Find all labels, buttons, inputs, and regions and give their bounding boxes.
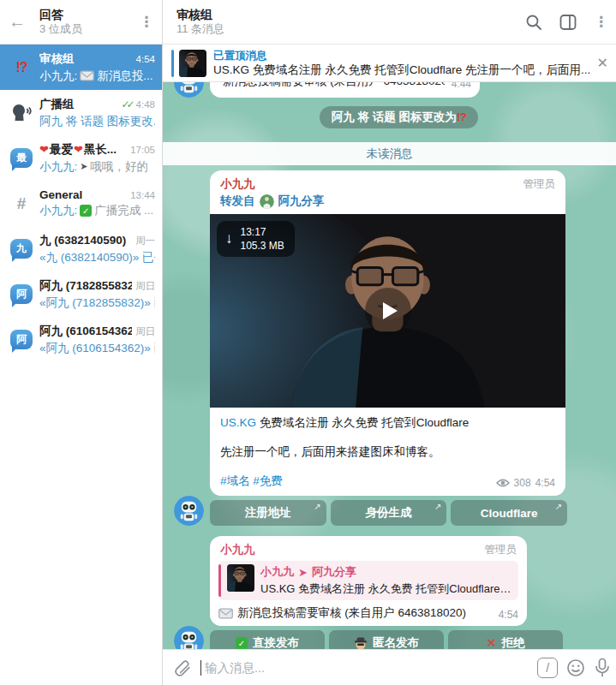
toggle-sidebar-button[interactable]	[559, 14, 577, 31]
message-time: 4:54	[535, 477, 555, 489]
message-composer: /	[163, 649, 616, 685]
hashtags[interactable]: #域名 #免费	[220, 474, 283, 489]
message-text: 新消息投稿需要审核 (来自用户 6463818020)	[218, 82, 445, 89]
topic-main: 广播组 ✓✓4:48 阿九 将 话题 图标更改...	[36, 97, 155, 129]
robot-avatar-image	[174, 82, 204, 98]
inline-button-cloudflare[interactable]: Cloudflare↗	[451, 500, 567, 526]
topic-item-ajiu-1[interactable]: 阿 阿九 (7182855832) 周日 «阿九 (7182855832)» 已…	[0, 271, 162, 317]
preview-text: 广播完成 ...	[94, 203, 153, 218]
message-input[interactable]	[205, 661, 529, 675]
group-title: 回答	[39, 8, 136, 22]
topic-item-general[interactable]: # General 13:44 小九九: ✓ 广播完成 ...	[0, 181, 162, 226]
topic-name: 阿九 (7182855832)	[39, 278, 132, 294]
quote-snippet: US.KG 免费域名注册 永久免费 托管到Cloudflare 先...	[260, 581, 511, 597]
video-thumbnail-image	[227, 564, 254, 592]
message-bubble[interactable]: 新消息投稿需要审核 (来自用户 6463818020) 4:44	[210, 82, 480, 98]
sidebar-header-titles[interactable]: 回答 3 位成员	[34, 8, 136, 36]
bot-commands-button[interactable]: /	[537, 658, 558, 678]
topic-name: 九 (6382140590)	[39, 233, 132, 248]
inline-button-reject[interactable]: ✕ 拒绝	[448, 630, 563, 649]
play-icon	[383, 302, 398, 319]
bubble-avatar: 阿	[10, 330, 33, 349]
video-duration: 13:17	[241, 225, 284, 239]
inline-button-identity[interactable]: 身份生成↗	[331, 500, 447, 526]
message-group-review: 小九九 管理员 小九九 ➤	[174, 536, 616, 649]
close-icon: ✕	[597, 56, 608, 70]
topic-time: 13:44	[130, 190, 155, 200]
topic-item-favorite[interactable]: 最 ❤ 最爱 ❤ 黑长... 17:05 小九九: ➤	[0, 135, 162, 181]
pinned-message-bar[interactable]: 已置顶消息 US.KG 免费域名注册 永久免费 托管到Cloudflare 先注…	[163, 45, 616, 82]
pinned-accent-bar	[171, 50, 174, 77]
kebab-icon: ⋮	[594, 13, 608, 31]
message-text: 新消息投稿需要审核 (来自用户 6463818020)	[218, 605, 490, 621]
reply-quote[interactable]: 小九九 ➤ 阿九分享 US.KG 免费域名注册 永久免费 托管到Cloudfla…	[218, 561, 518, 600]
topic-time: ✓✓4:48	[122, 98, 156, 110]
preview-text: 新消息投...	[97, 68, 153, 84]
text-caret	[200, 660, 201, 676]
quote-title: 小九九 ➤ 阿九分享	[260, 564, 511, 580]
message-bubble[interactable]: 小九九 管理员 转发自 阿九分享 ↓	[210, 170, 565, 496]
avatar[interactable]	[174, 496, 204, 526]
message-history[interactable]: 新消息投稿需要审核 (来自用户 6463818020) 4:44 阿九 将 话题…	[163, 82, 616, 649]
inline-button-register-url[interactable]: 注册地址↗	[210, 500, 326, 526]
topic-preview: «阿九 (6106154362)» 已...	[39, 341, 155, 356]
preview-text: «九 (6382140590)» 已创...	[39, 250, 155, 265]
service-message: 阿九 将 话题 图标更改为 !?	[320, 106, 478, 128]
bubble-avatar: 最	[10, 148, 33, 168]
voice-record-button[interactable]	[594, 658, 611, 678]
topic-item-broadcast[interactable]: 广播组 ✓✓4:48 阿九 将 话题 图标更改...	[0, 90, 162, 135]
attach-button[interactable]	[173, 658, 192, 677]
caption-link[interactable]: US.KG	[220, 416, 256, 429]
caption-line1: US.KG 免费域名注册 永久免费 托管到Cloudflare	[220, 415, 555, 431]
video-meta-badge[interactable]: ↓ 13:17 105.3 MB	[217, 221, 295, 257]
inline-button-publish[interactable]: ✓ 直接发布	[210, 630, 325, 649]
forward-channel-avatar	[260, 194, 274, 209]
chat-menu-button[interactable]: ⋮	[594, 13, 614, 31]
kebab-icon: ⋮	[140, 14, 154, 30]
topic-main: 阿九 (7182855832) 周日 «阿九 (7182855832)» 已..…	[36, 278, 155, 311]
message-bubble[interactable]: 小九九 管理员 小九九 ➤	[210, 536, 527, 626]
topic-icon-wrap: 最	[7, 148, 36, 168]
group-members-count: 3 位成员	[39, 22, 136, 36]
topic-item-ajiu-2[interactable]: 阿 阿九 (6106154362) 周日 «阿九 (6106154362)» 已…	[0, 317, 162, 362]
forward-arrow-icon: ➤	[298, 566, 308, 579]
message-group-video: 小九九 管理员 转发自 阿九分享 ↓	[174, 170, 616, 526]
double-check-icon: ✓✓	[122, 98, 132, 110]
inline-keyboard: 注册地址↗ 身份生成↗ Cloudflare↗	[210, 500, 567, 526]
topic-item-jiu[interactable]: 九 九 (6382140590) 周一 «九 (6382140590)» 已创.…	[0, 226, 162, 271]
chat-header-titles[interactable]: 审核组 11 条消息	[176, 8, 525, 36]
forwarded-from[interactable]: 转发自 阿九分享	[210, 192, 565, 214]
preview-sender: 小九九:	[39, 159, 77, 175]
topic-preview: 小九九: 新消息投...	[39, 68, 155, 84]
topic-item-review[interactable]: !? 审核组 4:54 小九九: 新消息投...	[0, 45, 162, 90]
heart-icon: ❤	[74, 143, 83, 156]
view-count: 308	[514, 477, 531, 489]
sidebar-menu-button[interactable]: ⋮	[136, 13, 157, 31]
telegram-app: ← 回答 3 位成员 ⋮ !? 审核组 4:54 小九九: 新消息投	[0, 0, 616, 685]
pinned-text: US.KG 免费域名注册 永久免费 托管到Cloudflare 先注册一个吧，后…	[213, 63, 590, 77]
preview-text: «阿九 (7182855832)» 已...	[39, 295, 155, 311]
search-button[interactable]	[525, 14, 542, 31]
bubble-avatar: 阿	[10, 284, 33, 304]
message-time: 4:44	[452, 82, 471, 90]
unread-messages-divider: 未读消息	[163, 142, 616, 165]
inline-button-anonymous-publish[interactable]: 匿名发布	[329, 630, 444, 649]
pinned-close-button[interactable]: ✕	[590, 55, 614, 71]
avatar[interactable]	[174, 82, 204, 98]
download-icon: ↓	[225, 230, 233, 247]
quote-accent-bar	[218, 564, 221, 597]
back-button[interactable]: ←	[9, 12, 34, 32]
play-button[interactable]	[365, 288, 411, 334]
topic-icon-wrap	[7, 103, 36, 122]
forward-arrow-icon: ➤	[80, 161, 87, 172]
emoji-button[interactable]	[566, 658, 585, 677]
chat-pane: 审核组 11 条消息 ⋮ 已置顶消息 US.KG 免费域名注册 永久免费 托管到…	[163, 0, 616, 685]
back-arrow-icon: ←	[9, 12, 26, 31]
external-link-icon: ↗	[555, 502, 562, 511]
avatar[interactable]	[174, 626, 204, 649]
topic-time: 周日	[135, 325, 155, 338]
video-player[interactable]: ↓ 13:17 105.3 MB	[210, 214, 565, 408]
sender-name[interactable]: 小九九	[220, 542, 255, 557]
sender-name[interactable]: 小九九	[220, 176, 255, 192]
admin-badge: 管理员	[523, 177, 556, 192]
